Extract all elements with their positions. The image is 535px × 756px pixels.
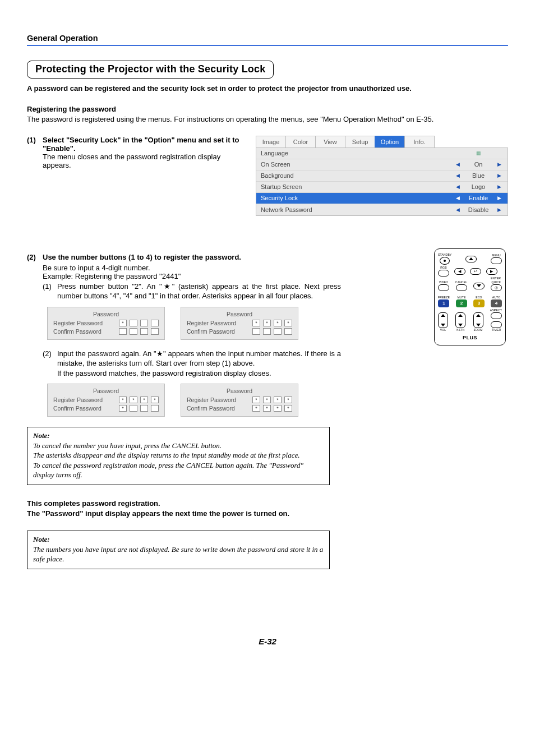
menu-label: Startup Screen: [261, 183, 454, 190]
substep-1: (1) Press number button "2". An "★" (ast…: [43, 282, 341, 301]
cancel-button[interactable]: [456, 284, 467, 291]
label-auto: AUTO: [492, 296, 501, 299]
menu-row-network-password[interactable]: Network Password ◀ Disable ▶: [256, 204, 508, 215]
page-number: E-32: [27, 637, 508, 646]
arrow-left-icon[interactable]: ◀: [454, 207, 462, 213]
menu-value: Logo: [462, 183, 495, 190]
substep-number: (2): [43, 349, 57, 379]
menu-label: Network Password: [261, 206, 454, 213]
standby-button[interactable]: [440, 257, 450, 265]
label-aspect: ASPECT: [490, 309, 502, 312]
step-1-instruction: Select "Security Lock" in the "Option" m…: [43, 136, 239, 153]
menu-value: Disable: [462, 206, 495, 213]
arrow-right-icon[interactable]: ▶: [495, 184, 503, 190]
pw-box: *: [119, 397, 127, 403]
enter-button[interactable]: ↵: [470, 268, 481, 275]
confirm-label: Confirm Password: [53, 328, 119, 335]
video-button[interactable]: [438, 284, 449, 291]
arrow-right-icon[interactable]: ▶: [495, 207, 503, 213]
section-header: General Operation: [27, 34, 508, 46]
password-panels-row-1: Password Register Password * Confirm Pas…: [47, 307, 341, 340]
note-heading: Note:: [33, 534, 324, 545]
kstn-button[interactable]: [455, 312, 465, 328]
tab-option[interactable]: Option: [375, 136, 405, 147]
pw-box: *: [263, 397, 271, 403]
label-cancel: CANCEL: [455, 281, 467, 284]
left-button[interactable]: ◀: [454, 268, 465, 275]
num-4-button[interactable]: 4: [491, 299, 502, 307]
zoom-button[interactable]: [473, 312, 483, 328]
quick-button[interactable]: ◎: [491, 284, 502, 291]
page-title: Protecting the Projector with the Securi…: [27, 61, 274, 79]
pw-box: *: [252, 405, 260, 412]
panel-title: Password: [187, 311, 292, 317]
pw-box: *: [284, 397, 292, 403]
menu-label: On Screen: [261, 161, 454, 168]
step-2-line2: Example: Registering the password "2441": [43, 272, 341, 280]
rgb-button[interactable]: [438, 270, 449, 276]
pw-box: *: [274, 405, 282, 412]
pw-box: *: [119, 405, 127, 412]
right-button[interactable]: ▶: [486, 268, 497, 275]
vol-button[interactable]: [438, 312, 448, 328]
tab-info[interactable]: Info.: [404, 136, 435, 147]
menu-label: Background: [261, 172, 454, 179]
step-1-detail: The menu closes and the password registr…: [43, 153, 220, 169]
tab-image[interactable]: Image: [256, 136, 286, 147]
menu-tabs: Image Color View Setup Option Info.: [256, 136, 508, 147]
pw-box: [151, 328, 159, 335]
aspect-button[interactable]: [491, 312, 502, 319]
arrow-left-icon[interactable]: ◀: [454, 173, 462, 178]
menu-row-language[interactable]: Language ▦: [256, 148, 508, 159]
menu-row-background[interactable]: Background ◀ Blue ▶: [256, 170, 508, 182]
note-box-1: Note: To cancel the number you have inpu…: [27, 427, 330, 485]
down-button[interactable]: [473, 283, 485, 289]
tab-setup[interactable]: Setup: [345, 136, 375, 147]
pw-box: [130, 405, 137, 412]
label-kstn: KSTN: [456, 329, 464, 331]
password-panels-row-2: Password Register Password * * * * Confi…: [47, 384, 341, 417]
panel-title: Password: [53, 388, 159, 394]
label-zoom: ZOOM: [474, 329, 483, 331]
menu-row-onscreen[interactable]: On Screen ◀ On ▶: [256, 159, 508, 170]
menu-row-startup[interactable]: Startup Screen ◀ Logo ▶: [256, 182, 508, 193]
menu-label: Language: [261, 150, 454, 156]
pw-box: [140, 328, 148, 335]
note-heading: Note:: [33, 431, 324, 441]
step-number: (1): [27, 136, 43, 169]
arrow-left-icon[interactable]: ◀: [454, 184, 462, 190]
arrow-right-icon[interactable]: ▶: [495, 162, 503, 167]
menu-value: On: [462, 161, 495, 168]
substep-number: (1): [43, 282, 57, 301]
pw-box: *: [140, 397, 148, 403]
confirm-label: Confirm Password: [187, 328, 252, 335]
confirm-label: Confirm Password: [53, 405, 119, 412]
tab-view[interactable]: View: [315, 136, 345, 147]
pw-box: *: [252, 397, 260, 403]
arrow-right-icon[interactable]: ▶: [495, 173, 503, 178]
pw-box: [274, 328, 282, 335]
pw-box: [130, 320, 137, 326]
label-vol: VOL: [440, 329, 446, 331]
substep-2-text: Input the password again. An "★" appears…: [57, 349, 341, 368]
arrow-left-icon[interactable]: ◀: [454, 195, 462, 201]
step-2-line1: Be sure to input a 4-digit number.: [43, 264, 341, 272]
arrow-right-icon[interactable]: ▶: [495, 195, 503, 201]
step-2: (2) Use the number buttons (1 to 4) to r…: [27, 253, 341, 261]
num-2-button[interactable]: 2: [456, 299, 467, 307]
step-number: (2): [27, 253, 43, 261]
tab-color[interactable]: Color: [285, 136, 316, 147]
menu-row-security-lock[interactable]: Security Lock ◀ Enable ▶: [256, 193, 508, 204]
intro-text: A password can be registered and the sec…: [27, 84, 508, 93]
num-3-button[interactable]: 3: [473, 299, 485, 307]
confirm-label: Confirm Password: [187, 405, 252, 412]
menu-button[interactable]: [491, 257, 502, 264]
arrow-left-icon[interactable]: ◀: [454, 162, 462, 167]
num-1-button[interactable]: 1: [438, 299, 449, 307]
subheading-registering: Registering the password: [27, 105, 508, 113]
timer-button[interactable]: [491, 321, 502, 328]
password-panel: Password Register Password * Confirm Pas…: [47, 307, 165, 340]
register-label: Register Password: [53, 320, 119, 326]
language-icon: ▦: [462, 150, 495, 156]
up-button[interactable]: [465, 256, 477, 262]
